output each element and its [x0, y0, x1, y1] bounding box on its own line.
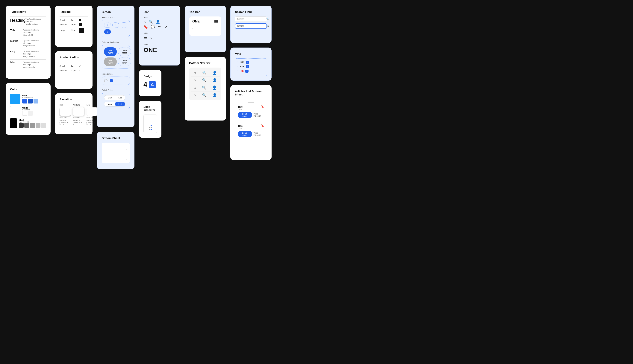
color-black-swatch	[10, 118, 17, 128]
chat-icon: 💬	[151, 25, 155, 29]
bottom-sheet-card: Bottom Sheet	[97, 132, 135, 169]
type-label-meta: Typeface: Montserrat Size: 16px Weight: …	[23, 61, 39, 69]
article-learn-btn-2[interactable]: Learn more	[238, 131, 252, 137]
articles-sheet-handle	[248, 102, 254, 102]
nav-user-4[interactable]: 👤	[213, 93, 217, 97]
color-blue-p1	[22, 99, 27, 104]
switch-map-1[interactable]: Map	[104, 96, 115, 100]
vote-down-btn-1[interactable]: ↓	[246, 61, 249, 64]
nav-search-1[interactable]: 🔍	[202, 71, 206, 75]
radius-medium-row: Medium 12px ✓	[60, 69, 88, 72]
col-1: Typography Heading Typeface: Montserrat …	[6, 6, 51, 135]
radius-title: Border Radius	[60, 56, 88, 59]
nav-home-2[interactable]: ⌂	[194, 78, 196, 82]
nav-home-active[interactable]: ⌂	[194, 70, 196, 75]
bookmark-icon: 🔖	[144, 25, 148, 29]
nav-home-4[interactable]: ⌂	[194, 93, 196, 97]
search-input-wrap-2[interactable]: 🔍	[235, 23, 267, 29]
nav-home-3[interactable]: ⌂	[194, 86, 196, 90]
articles-title: Articles List Bottom Sheet	[235, 90, 267, 96]
dot-row-2	[149, 127, 152, 128]
icon-small-section: Small ⌂ 🔍 👤 🔖 💬 ••• ↗	[144, 16, 176, 29]
color-white-swatch	[10, 106, 21, 116]
type-heading-row: Heading Typeface: Montserrat Size: 28px …	[10, 18, 46, 26]
reaction-btn-2[interactable]: ↑	[112, 22, 119, 28]
elevation-medium-col: Medium Black 25%x-offset: 0y-offset: 2, …	[73, 104, 84, 126]
back-icon[interactable]: ‹	[192, 26, 193, 30]
col-6: Search Field 🔍 🔍 Vote ↑ +8K ↓ ↑	[230, 6, 272, 160]
radio-checked[interactable]	[110, 79, 113, 82]
nav-search-2[interactable]: 🔍	[202, 78, 206, 82]
padding-medium-box	[79, 23, 82, 26]
bookmark-icon-2[interactable]: 🔖	[261, 124, 264, 127]
radio-unchecked[interactable]	[104, 79, 108, 82]
padding-small-row: Small 8px	[60, 19, 88, 21]
color-white-row: White Hex: #ffffff	[10, 106, 46, 116]
nav-search-3[interactable]: 🔍	[202, 86, 206, 90]
color-black-row: Black Hex: #000000	[10, 118, 46, 128]
radio-wrap	[102, 76, 130, 85]
search-input-2[interactable]	[237, 25, 265, 27]
switch-list-2[interactable]: List	[115, 102, 125, 106]
vote-card: Vote ↑ +8K ↓ ↑ +8K ↓ ↑ -8K ↓	[230, 48, 272, 81]
cta-label: Call-to-action Button	[102, 41, 130, 44]
color-black-n3	[30, 123, 35, 128]
cta-btn-learn-3[interactable]: Learn more	[104, 58, 117, 66]
icon-small-row: ⌂ 🔍 👤	[144, 20, 176, 24]
bookmark-icon-1[interactable]: 🔖	[261, 105, 264, 108]
color-white-swatches	[22, 111, 33, 116]
type-heading-meta: Typeface: Montserrat Size: 28px Weight: …	[26, 18, 41, 26]
nav-user-2[interactable]: 👤	[213, 78, 217, 82]
switch-group: Map List Map List	[104, 95, 127, 106]
color-blue-p2	[28, 99, 33, 104]
search-input-wrap-1[interactable]: 🔍	[235, 16, 267, 22]
nav-row-4: ⌂ 🔍 👤	[191, 92, 220, 99]
badge-inner: 4 4	[144, 81, 157, 88]
color-blue-info: Blue Hex: #18A0FB	[22, 94, 39, 104]
hamburger-menu-icon-2[interactable]	[214, 27, 218, 30]
color-white-n1	[22, 111, 27, 116]
color-blue-swatch	[10, 94, 21, 104]
button-title: Button	[102, 10, 130, 14]
color-black-swatches	[19, 123, 46, 128]
color-blue-swatches	[22, 99, 39, 104]
vote-row-1: ↑ +8K ↓	[237, 60, 265, 64]
switch-map-2[interactable]: Map	[104, 102, 115, 106]
padding-small-box	[79, 19, 81, 21]
search-input-1[interactable]	[237, 18, 265, 20]
vote-down-btn-3[interactable]: ↓	[245, 70, 249, 72]
type-label-label: Label	[10, 61, 23, 63]
dots-group	[149, 125, 152, 130]
cta-btn-learn-2[interactable]: Learn more	[118, 47, 131, 56]
search-field-title: Search Field	[235, 10, 267, 14]
vote-title: Vote	[235, 52, 267, 56]
reaction-btn-4[interactable]: ↓	[104, 29, 111, 34]
col-3: Button Reaction Button ↑ ↑ ↓ ↓ Call-to-a…	[97, 6, 135, 169]
topbar-card: Top Bar ONE ‹	[185, 6, 226, 52]
color-black-n2	[24, 123, 29, 128]
reaction-label: Reaction Button	[102, 16, 130, 18]
reaction-section: Reaction Button ↑ ↑ ↓ ↓	[102, 16, 130, 37]
cta-grid: Learn more Learn more Learn more Learn m…	[104, 47, 127, 66]
dot-4	[149, 129, 150, 130]
article-learn-btn-1[interactable]: Learn more	[238, 112, 252, 118]
color-black-info: Black Hex: #000000	[19, 119, 46, 128]
nav-user-1[interactable]: 👤	[213, 71, 217, 75]
elevation-low-label: Low	[87, 104, 98, 106]
switch-list-1[interactable]: List	[115, 96, 125, 100]
reaction-btn-3[interactable]: ↓	[121, 22, 127, 28]
vote-up-icon-2: ↑	[237, 65, 239, 68]
padding-small-label: Small	[60, 19, 69, 21]
bottom-sheet-title: Bottom Sheet	[102, 136, 130, 140]
hamburger-menu-icon[interactable]	[214, 20, 218, 23]
cta-btn-learn-4[interactable]: Learn more	[118, 58, 131, 66]
article-item-1: Title 🔖 Date Learn more Votes Indicator	[238, 105, 264, 118]
typography-title: Typography	[10, 10, 46, 13]
vote-down-btn-2[interactable]: ↓	[246, 65, 249, 68]
reaction-btn-1[interactable]: ↑	[104, 22, 111, 28]
color-blue-hex: Hex: #18A0FB	[22, 97, 39, 99]
nav-search-4[interactable]: 🔍	[202, 93, 206, 97]
col-5: Top Bar ONE ‹	[185, 6, 226, 120]
cta-btn-learn-1[interactable]: Learn more	[104, 47, 117, 56]
nav-user-3[interactable]: 👤	[212, 85, 217, 90]
